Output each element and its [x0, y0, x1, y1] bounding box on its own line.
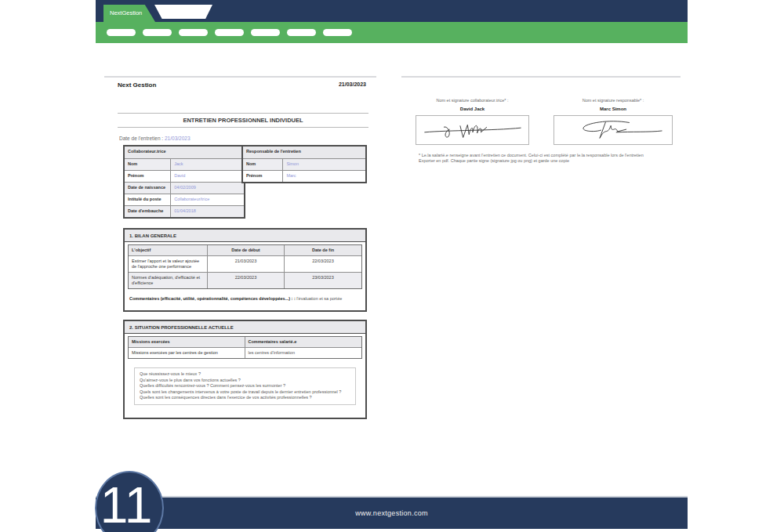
- collaborator-signature-image: [416, 116, 528, 144]
- responsable-table: Responsable de l'entretien Nom Simon Pré…: [241, 145, 367, 183]
- table-row: Prénom Marc: [243, 170, 365, 182]
- doc-header: Next Gestion 21/03/2023: [118, 81, 366, 89]
- page-number-badge: 11: [95, 471, 164, 532]
- nav-menu-item[interactable]: [107, 29, 136, 36]
- signature-footnote: * Le.la salarié.e renseigne avant l'entr…: [419, 153, 677, 164]
- collaborator-name: David Jack: [416, 107, 529, 111]
- table-row: Nom Simon: [243, 158, 365, 170]
- collaborator-table: Collaborateur.trice Nom Jack Prénom Davi…: [123, 145, 245, 219]
- question-line: Quels sont les changements intervenus à …: [140, 389, 350, 396]
- table-row: Estimer l'apport et la valeur ajoutée de…: [129, 255, 361, 272]
- collaborator-signature-box: [416, 115, 529, 145]
- footer-bar: www.nextgestion.com: [96, 496, 688, 529]
- doc-title-small: Next Gestion: [118, 81, 156, 89]
- responsable-signature-box: [554, 115, 673, 145]
- objectives-table: L'objectif Date de début Date de fin Est…: [128, 244, 362, 289]
- entretien-date-label: Date de l'entretien :: [119, 136, 163, 141]
- table-row: Prénom David: [125, 170, 244, 182]
- responsable-name: Marc Simon: [554, 107, 673, 111]
- section-bilan-generale: 1. BILAN GENERALE L'objectif Date de déb…: [123, 228, 367, 312]
- nav-menu-item[interactable]: [179, 29, 208, 36]
- nav-menu-item[interactable]: [215, 29, 244, 36]
- doc-date: 21/03/2023: [339, 81, 366, 89]
- table-row: Date d'embauche 01/04/2018: [125, 205, 244, 217]
- question-line: Quelles sont les conséquences directes d…: [140, 395, 350, 401]
- table-row: Date de naissance 04/02/2009: [125, 182, 244, 194]
- table-row: Intitulé du poste Collaborateur/trice: [125, 194, 244, 205]
- responsable-signature-image: [554, 116, 672, 144]
- question-line: Que réussissez-vous le mieux ?: [140, 371, 350, 378]
- doc-main-title: ENTRETIEN PROFESSIONNEL INDIVIDUEL: [118, 113, 368, 128]
- table-row: Nom Jack: [125, 158, 244, 170]
- table-row: Normes d'adéquation, d'efficacité et d'e…: [129, 272, 361, 288]
- collaborator-signature-label: Nom et signature collaborateur.trice* :: [416, 98, 529, 103]
- form-page: Next Gestion 21/03/2023 ENTRETIEN PROFES…: [104, 76, 376, 436]
- question-line: Qu'aimez-vous le plus dans vos fonctions…: [140, 378, 350, 384]
- entretien-date-line: Date de l'entretien : 21/03/2023: [119, 136, 191, 141]
- signature-page: Nom et signature collaborateur.trice* : …: [401, 76, 681, 311]
- comments-line: Commentaires (efficacité, utilité, opéra…: [129, 296, 361, 302]
- secondary-tab[interactable]: [154, 5, 212, 19]
- nav-menu-item[interactable]: [251, 29, 280, 36]
- website-url: www.nextgestion.com: [355, 509, 428, 517]
- nav-menu-item[interactable]: [143, 29, 172, 36]
- nav-menu-item[interactable]: [323, 29, 352, 36]
- section1-title: 1. BILAN GENERALE: [125, 230, 365, 242]
- nav-menu-item[interactable]: [287, 29, 316, 36]
- nav-menu-bar: [96, 22, 688, 43]
- responsable-signature-block: Nom et signature responsable* : Marc Sim…: [554, 98, 673, 145]
- section-situation-professionnelle: 2. SITUATION PROFESSIONNELLE ACTUELLE Mi…: [123, 320, 367, 419]
- responsable-signature-label: Nom et signature responsable* :: [554, 98, 673, 103]
- collaborator-signature-block: Nom et signature collaborateur.trice* : …: [416, 98, 529, 145]
- questions-box: Que réussissez-vous le mieux ? Qu'aimez-…: [134, 367, 356, 405]
- section2-title: 2. SITUATION PROFESSIONNELLE ACTUELLE: [125, 321, 365, 334]
- table-row: Missions exercées par les centres de ges…: [129, 347, 361, 358]
- responsable-table-header: Responsable de l'entretien: [243, 147, 304, 158]
- missions-table: Missions exercées Commentaires salarié.e…: [128, 336, 362, 359]
- question-line: Quelles difficultés rencontrez-vous ? Co…: [140, 383, 350, 389]
- collaborator-table-header: Collaborateur.trice: [125, 147, 169, 158]
- entretien-date-value: 21/03/2023: [165, 136, 191, 141]
